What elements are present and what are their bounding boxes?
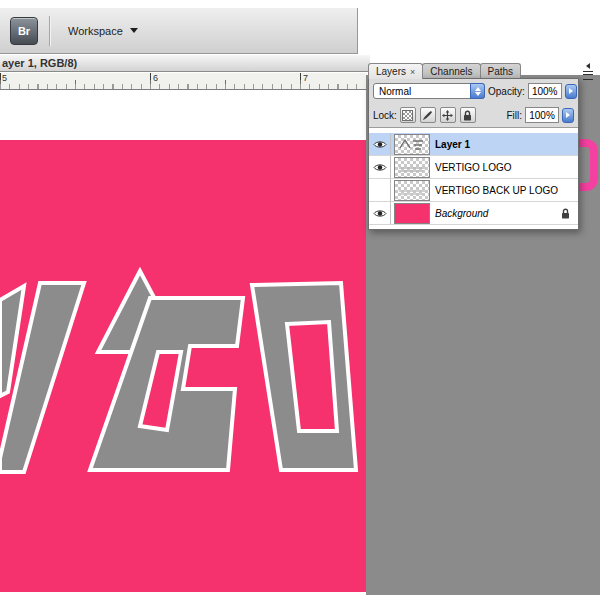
options-bar: Br Workspace [0,8,358,54]
lock-all-button[interactable] [460,107,476,123]
lock-fill-row: Lock: Fill: 100% [369,103,578,127]
tab-channels-label: Channels [430,66,472,77]
chevron-down-icon [130,28,138,33]
tab-layers-label: Layers [376,66,406,77]
panel-menu-icon [583,71,593,80]
annotation-bracket [576,139,598,191]
lock-transparency-button[interactable] [400,107,416,123]
tab-paths-label: Paths [488,66,514,77]
panel-collapse-controls[interactable] [583,63,593,80]
stepper-icon[interactable] [470,83,485,99]
layer-row-vertigo-backup-logo[interactable]: VERTIGO BACK UP LOGO [369,179,578,202]
visibility-toggle[interactable] [369,202,391,224]
visibility-toggle[interactable] [369,156,391,178]
layer-row-layer-1[interactable]: Layer 1 [369,133,578,156]
visibility-toggle[interactable] [369,133,391,155]
arrow-up-icon [475,87,481,91]
opacity-slider-button[interactable] [565,84,577,99]
lock-icon [463,110,472,121]
transparency-icon [402,110,413,121]
layers-panel-body: Normal Opacity: 100% Lock: [368,78,579,230]
lock-pixels-button[interactable] [420,107,436,123]
toolbar-divider [49,16,51,46]
ruler-tick-label: 6 [153,73,158,83]
layer-name: Layer 1 [435,139,470,150]
panel-tab-bar: Layers× Channels Paths [368,62,579,79]
layers-panel: Layers× Channels Paths Normal Opacity: 1… [368,62,579,230]
layer-thumbnail[interactable] [394,180,430,201]
tab-channels[interactable]: Channels [422,63,480,79]
thumbnail-art [395,135,429,154]
blend-mode-select[interactable]: Normal [373,83,485,99]
fill-slider-button[interactable] [562,108,574,123]
layer-row-vertigo-logo[interactable]: VERTIGO LOGO [369,156,578,179]
layer-list: Layer 1 VERTIGO LOGO [369,127,578,229]
document-titlebar[interactable]: ayer 1, RGB/8) [0,55,370,72]
opacity-input[interactable]: 100% [528,83,562,99]
layer-lock-badge [561,208,570,219]
lock-position-button[interactable] [440,107,456,123]
fill-input[interactable]: 100% [525,107,559,123]
eye-icon [373,163,387,172]
layer-name: VERTIGO LOGO [435,162,512,173]
lock-icon [561,208,570,219]
horizontal-ruler[interactable]: 5 6 7 [0,73,366,90]
workspace-label: Workspace [68,25,123,37]
vertigo-logo-artwork [0,140,366,592]
arrow-down-icon [475,92,481,96]
blend-mode-value: Normal [379,86,411,97]
tab-layers[interactable]: Layers× [368,63,423,79]
tab-paths[interactable]: Paths [480,63,522,79]
arrow-right-icon [569,88,573,94]
collapse-arrow-icon [586,63,590,69]
opacity-label: Opacity: [488,86,525,97]
lock-label: Lock: [373,110,397,121]
eye-icon [373,140,387,149]
layer-thumbnail[interactable] [394,157,430,178]
brush-icon [422,110,433,121]
ruler-tick-label: 7 [303,73,308,83]
layer-thumbnail[interactable] [394,203,430,224]
visibility-toggle[interactable] [369,179,391,201]
move-icon [442,110,453,121]
ruler-tick-label: 5 [2,73,7,83]
layer-name: VERTIGO BACK UP LOGO [435,185,558,196]
thumbnail-art [395,181,429,200]
tab-close-icon[interactable]: × [410,67,415,77]
fill-label: Fill: [506,110,522,121]
arrow-right-icon [566,112,570,118]
eye-icon [373,209,387,218]
workspace-dropdown[interactable]: Workspace [62,21,144,41]
blend-opacity-row: Normal Opacity: 100% [369,79,578,103]
canvas-artwork-area[interactable] [0,140,366,592]
thumbnail-art [395,158,429,177]
layer-name: Background [435,208,488,219]
layer-row-background[interactable]: Background [369,202,578,225]
bridge-button[interactable]: Br [10,17,38,45]
layer-thumbnail[interactable] [394,134,430,155]
